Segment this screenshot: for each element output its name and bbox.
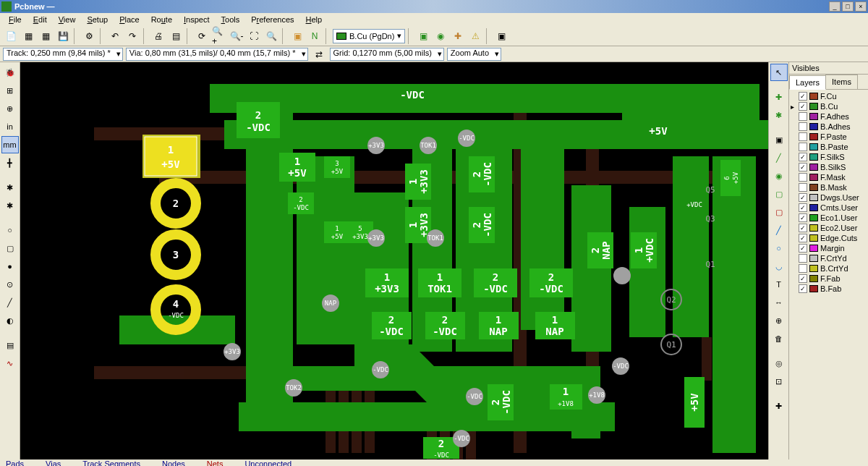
layer-color-swatch[interactable] xyxy=(809,285,818,292)
tab-layers[interactable]: Layers xyxy=(789,75,826,90)
layers-icon[interactable]: ▤ xyxy=(1,336,19,354)
layer-color-swatch[interactable] xyxy=(809,265,818,272)
layer-row[interactable]: B.CrtYd xyxy=(791,263,867,274)
layer-color-swatch[interactable] xyxy=(809,123,818,130)
via-size-select[interactable]: Via: 0,80 mm (31,5 mils)/ 0,40 mm (15,7 … xyxy=(126,48,308,61)
add-zone-icon[interactable]: ▢ xyxy=(770,185,788,203)
menu-inspect[interactable]: Inspect xyxy=(178,14,215,25)
layer-row[interactable]: B.Paste xyxy=(791,142,867,152)
settings-icon[interactable]: ⚙ xyxy=(81,28,97,44)
layer-color-swatch[interactable] xyxy=(809,184,818,191)
via-icon[interactable]: ⊙ xyxy=(1,276,19,293)
layer-checkbox[interactable] xyxy=(799,254,807,263)
layer-checkbox[interactable]: ✓ xyxy=(799,163,807,171)
layer-color-swatch[interactable] xyxy=(809,133,818,140)
local-ratsnest-icon[interactable]: ✱ xyxy=(770,106,788,124)
tab-items[interactable]: Items xyxy=(825,75,858,89)
tb-icon[interactable]: ◉ xyxy=(433,28,448,44)
layer-checkbox[interactable] xyxy=(799,183,807,192)
print-icon[interactable]: 🖨 xyxy=(150,28,166,44)
drc-off-icon[interactable]: 🐞 xyxy=(1,64,19,81)
minimize-button[interactable]: _ xyxy=(829,1,841,12)
menu-route[interactable]: Route xyxy=(145,14,178,25)
track-icon[interactable]: ╱ xyxy=(1,294,19,311)
dimension-icon[interactable]: ↔ xyxy=(770,294,788,311)
route-track-icon[interactable]: ╱ xyxy=(770,149,788,166)
layer-color-swatch[interactable] xyxy=(809,194,818,201)
layer-checkbox[interactable]: ✓ xyxy=(799,203,807,212)
layer-checkbox[interactable]: ✓ xyxy=(799,234,807,242)
maximize-button[interactable]: □ xyxy=(842,1,854,12)
layer-row[interactable]: ✓F.Fab xyxy=(791,274,867,284)
pcb-canvas[interactable]: 2 -VDC 1 +5V 3 +5V 2 -VDC 1 +5V 5 +3V3 1 xyxy=(20,62,768,459)
grid-origin-icon[interactable]: ⊡ xyxy=(770,373,788,390)
draw-line-icon[interactable]: ╱ xyxy=(770,221,788,239)
menu-setup[interactable]: Setup xyxy=(81,14,114,25)
layer-color-swatch[interactable] xyxy=(809,143,818,151)
zoom-in-icon[interactable]: 🔍+ xyxy=(211,28,227,44)
zoom-redraw-icon[interactable]: ⟳ xyxy=(194,28,210,44)
layer-row[interactable]: B.Adhes xyxy=(791,122,867,132)
layer-checkbox[interactable]: ✓ xyxy=(799,92,807,101)
layer-row[interactable]: ✓Margin xyxy=(791,243,867,253)
menu-place[interactable]: Place xyxy=(114,14,145,25)
add-footprint-icon[interactable]: ▣ xyxy=(770,131,788,148)
layer-color-swatch[interactable] xyxy=(809,113,818,120)
layer-checkbox[interactable] xyxy=(799,143,807,151)
units-in-icon[interactable]: in xyxy=(1,118,19,135)
tb-icon[interactable]: ✚ xyxy=(450,28,466,44)
origin-icon[interactable]: ◎ xyxy=(770,355,788,372)
layer-row[interactable]: ✓Cmts.User xyxy=(791,203,867,213)
units-mm-icon[interactable]: mm xyxy=(1,136,19,153)
layer-checkbox[interactable] xyxy=(799,112,807,121)
layer-color-swatch[interactable] xyxy=(809,164,818,171)
auto-track-icon[interactable]: ⇄ xyxy=(311,46,327,62)
draw-arc-icon[interactable]: ◡ xyxy=(770,258,788,275)
zoom-fit-icon[interactable]: ⛶ xyxy=(246,28,262,44)
highlight-net-icon[interactable]: ✚ xyxy=(770,88,788,106)
layer-checkbox[interactable]: ✓ xyxy=(799,153,807,161)
layer-row[interactable]: ✓Eco2.User xyxy=(791,223,867,233)
layer-row[interactable]: F.Mask xyxy=(791,172,867,182)
layer-color-swatch[interactable] xyxy=(809,214,818,221)
tb-icon[interactable]: ▣ xyxy=(415,28,431,44)
layer-color-swatch[interactable] xyxy=(809,255,818,262)
layer-checkbox[interactable]: ✓ xyxy=(799,193,807,202)
zoom-select[interactable]: Zoom Auto xyxy=(447,48,501,61)
layer-color-swatch[interactable] xyxy=(809,153,818,161)
script-icon[interactable]: ▣ xyxy=(493,28,509,44)
layer-color-swatch[interactable] xyxy=(809,103,818,110)
layer-checkbox[interactable]: ✓ xyxy=(799,274,807,283)
contrast-icon[interactable]: ◐ xyxy=(1,312,19,329)
new-icon[interactable]: 📄 xyxy=(3,28,19,44)
microwave-icon[interactable]: ∿ xyxy=(1,355,19,372)
layer-row[interactable]: B.Mask xyxy=(791,182,867,192)
cursor-icon[interactable]: ╋ xyxy=(1,154,19,171)
polar-icon[interactable]: ⊕ xyxy=(1,100,19,117)
undo-icon[interactable]: ↶ xyxy=(107,28,123,44)
zone-icon[interactable]: ▢ xyxy=(1,240,19,257)
zoom-select-icon[interactable]: 🔍 xyxy=(263,28,279,44)
ratsnest-icon[interactable]: ✱ xyxy=(1,179,19,196)
layer-color-swatch[interactable] xyxy=(809,275,818,282)
measure-icon[interactable]: ✚ xyxy=(770,397,788,415)
pad-icon[interactable]: ● xyxy=(1,258,19,275)
layer-row[interactable]: ✓F.SilkS xyxy=(791,152,867,162)
track-width-select[interactable]: Track: 0,250 mm (9,84 mils) * xyxy=(3,48,123,61)
layer-row[interactable]: ▸✓B.Cu xyxy=(791,101,867,111)
layer-checkbox[interactable]: ✓ xyxy=(799,244,807,253)
layer-checkbox[interactable]: ✓ xyxy=(799,284,807,293)
layer-dropdown[interactable]: B.Cu (PgDn) ▾ xyxy=(333,29,405,43)
layer-color-swatch[interactable] xyxy=(809,245,818,252)
layer-row[interactable]: ✓Dwgs.User xyxy=(791,192,867,203)
menu-edit[interactable]: Edit xyxy=(27,14,53,25)
menu-help[interactable]: Help xyxy=(300,14,328,25)
zoom-out-icon[interactable]: 🔍- xyxy=(229,28,244,44)
autodel-icon[interactable]: ○ xyxy=(1,221,19,239)
plot-icon[interactable]: ▤ xyxy=(168,28,184,44)
layer-row[interactable]: ✓Edge.Cuts xyxy=(791,233,867,243)
layer-checkbox[interactable] xyxy=(799,122,807,131)
close-button[interactable]: × xyxy=(855,1,867,12)
menu-tools[interactable]: Tools xyxy=(216,14,246,25)
select-icon[interactable]: ↖ xyxy=(770,64,788,81)
